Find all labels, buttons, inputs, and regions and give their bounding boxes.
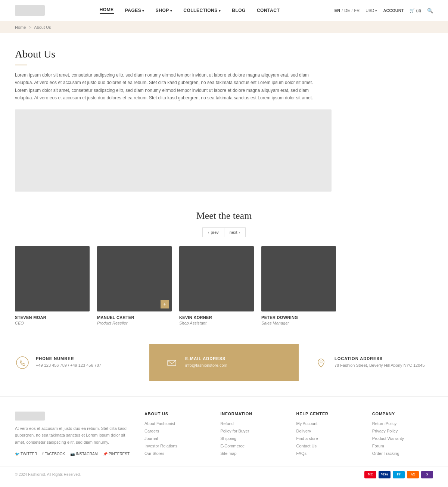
footer-link-faqs[interactable]: FAQs [296,451,357,456]
footer-col-info-title: INFORMATION [220,412,281,416]
lang-switcher: EN / DE / FR [335,8,360,13]
contact-phone-title: PHONE NUMBER [36,356,101,361]
footer-link-careers[interactable]: Careers [144,429,205,433]
contact-location-info: LOCATION ADDRESS 78 Fashion Street, Beve… [335,356,425,369]
footer-brand-text: At vero eos et accusam et justo duo ea r… [15,425,130,446]
team-card-img-3 [261,246,336,311]
page-title: About Us [15,48,321,60]
team-card-1: + MANUEL CARTER Product Reseller [97,246,172,325]
logo[interactable] [15,5,45,16]
contact-location-title: LOCATION ADDRESS [335,356,425,361]
team-card-2: KEVIN KORNER Shop Assistant [179,246,254,325]
footer-top: At vero eos et accusam et justo duo ea r… [0,396,448,466]
contact-location: LOCATION ADDRESS 78 Fashion Street, Beve… [299,344,448,381]
contact-email-title: E-MAIL ADDRESS [185,356,227,361]
footer-link-privacy-policy[interactable]: Privacy Policy [372,429,433,433]
breadcrumb-home[interactable]: Home [15,25,26,30]
team-card-img-2 [179,246,254,311]
footer-col-help-title: HELP CENTER [296,412,357,416]
payment-icons: MC VISA PP AX S [364,471,433,478]
payment-paypal: PP [393,471,405,478]
team-card-name-3: PETER DOWNING [261,315,336,320]
search-icon[interactable]: 🔍 [427,8,433,13]
footer-social: 🐦 TWITTER f FACEBOOK 📷 INSTAGRAM 📌 PINTE… [15,452,130,456]
team-card-name-1: MANUEL CARTER [97,315,172,320]
team-card-img-1: + [97,246,172,311]
contact-email: E-MAIL ADDRESS info@fashionstore.com [149,344,299,381]
footer-link-our-stores[interactable]: Our Stores [144,451,205,456]
team-card-name-0: STEVEN MOAR [15,315,90,320]
social-pinterest[interactable]: 📌 PINTEREST [103,452,130,456]
footer-col-help: HELP CENTER My Account Delivery Find a s… [296,412,357,459]
footer-bottom: © 2024 Fashionist. All Rights Reserved. … [0,466,448,483]
social-facebook[interactable]: f FACEBOOK [42,452,65,456]
lang-fr[interactable]: FR [354,8,360,13]
team-card-role-3: Sales Manager [261,321,336,325]
footer-link-refund[interactable]: Refund [220,421,281,426]
footer-link-investor-relations[interactable]: Investor Relations [144,444,205,448]
contact-phone-info: PHONE NUMBER +49 123 456 789 / +49 123 4… [36,356,101,369]
payment-visa: VISA [379,471,391,478]
footer: At vero eos et accusam et justo duo ea r… [0,396,448,483]
phone-icon [15,355,30,370]
contact-phone: PHONE NUMBER +49 123 456 789 / +49 123 4… [0,344,149,381]
contact-section: PHONE NUMBER +49 123 456 789 / +49 123 4… [0,344,448,381]
footer-link-sitemap[interactable]: Site map [220,451,281,456]
main-nav: HOME PAGES SHOP COLLECTIONS BLOG CONTACT [100,7,280,14]
cart-icon[interactable]: 🛒 (3) [410,8,421,13]
footer-link-delivery[interactable]: Delivery [296,429,357,433]
footer-brand: At vero eos et accusam et justo duo ea r… [15,412,130,459]
team-card-0: STEVEN MOAR CEO [15,246,90,325]
footer-link-product-warranty[interactable]: Product Warranty [372,436,433,441]
team-card-img-0 [15,246,90,311]
facebook-icon: f [42,452,43,456]
title-underline [15,65,27,65]
footer-link-about-fashionist[interactable]: About Fashionist [144,421,205,426]
nav-home[interactable]: HOME [100,7,114,14]
header-right: EN / DE / FR USD ▾ ACCOUNT 🛒 (3) 🔍 [335,8,433,13]
footer-col-about-title: ABOUT US [144,412,205,416]
nav-pages[interactable]: PAGES [125,8,144,13]
team-navigation: ‹ prev next › [15,227,433,237]
social-twitter[interactable]: 🐦 TWITTER [15,452,37,456]
footer-link-shipping[interactable]: Shipping [220,436,281,441]
team-card-3: PETER DOWNING Sales Manager [261,246,336,325]
social-instagram[interactable]: 📷 INSTAGRAM [70,452,98,456]
team-next-button[interactable]: next › [224,227,246,237]
contact-email-detail: info@fashionstore.com [185,362,227,369]
nav-shop[interactable]: SHOP [156,8,172,13]
footer-link-journal[interactable]: Journal [144,436,205,441]
footer-link-my-account[interactable]: My Account [296,421,357,426]
nav-contact[interactable]: CONTACT [257,8,280,13]
nav-collections[interactable]: COLLECTIONS [183,8,221,13]
payment-amex: AX [407,471,419,478]
team-prev-button[interactable]: ‹ prev [202,227,224,237]
team-card-role-0: CEO [15,321,90,325]
payment-mastercard: MC [364,471,376,478]
lang-de[interactable]: DE [344,8,350,13]
footer-link-return-policy[interactable]: Return Policy [372,421,433,426]
currency-selector[interactable]: USD ▾ [365,8,377,13]
footer-link-contact-us[interactable]: Contact Us [296,444,357,448]
team-card-role-2: Shop Assistant [179,321,254,325]
footer-col-information: INFORMATION Refund Policy for Buyer Ship… [220,412,281,459]
footer-link-find-store[interactable]: Find a store [296,436,357,441]
location-icon [314,355,329,370]
footer-col-company-title: COMPANY [372,412,433,416]
team-cards: STEVEN MOAR CEO + MANUEL CARTER Product … [15,246,433,325]
footer-col-about: ABOUT US About Fashionist Careers Journa… [144,412,205,459]
instagram-icon: 📷 [70,452,75,456]
footer-link-policy-buyer[interactable]: Policy for Buyer [220,429,281,433]
pinterest-icon: 📌 [103,452,108,456]
lang-en[interactable]: EN [335,8,340,13]
nav-blog[interactable]: BLOG [232,8,246,13]
footer-link-ecommerce[interactable]: E-Commerce [220,444,281,448]
svg-point-0 [16,357,28,369]
header: HOME PAGES SHOP COLLECTIONS BLOG CONTACT… [0,0,448,21]
footer-link-order-tracking[interactable]: Order Tracking [372,451,433,456]
team-title: Meet the team [15,210,433,221]
team-section: Meet the team ‹ prev next › STEVEN MOAR … [0,199,448,333]
account-link[interactable]: ACCOUNT [383,8,404,13]
footer-link-forum[interactable]: Forum [372,444,433,448]
contact-location-detail: 78 Fashion Street, Beverly Hill Abony NY… [335,362,425,369]
